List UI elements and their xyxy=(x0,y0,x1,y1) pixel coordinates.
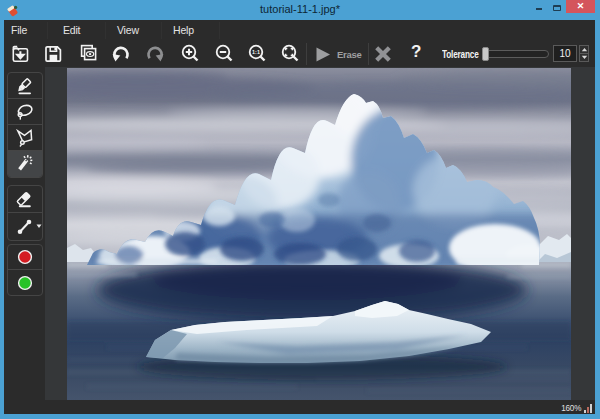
svg-text:1:1: 1:1 xyxy=(252,49,260,55)
